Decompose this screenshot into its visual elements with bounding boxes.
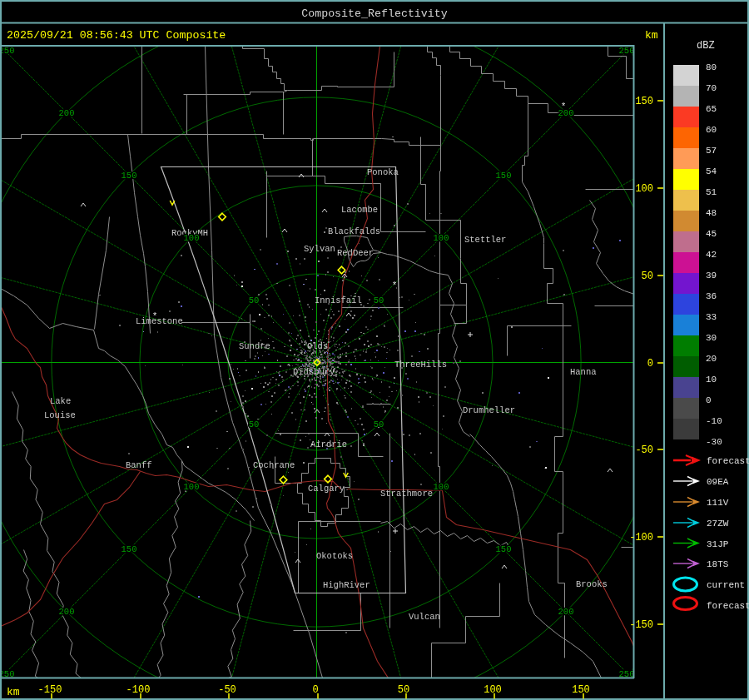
- svg-text:0: 0: [706, 395, 712, 405]
- svg-text:Vulcan: Vulcan: [409, 612, 440, 622]
- svg-text:Calgary: Calgary: [308, 484, 345, 494]
- svg-text:09EA: 09EA: [707, 477, 729, 487]
- svg-text:150: 150: [572, 684, 590, 696]
- svg-text:30: 30: [706, 333, 717, 343]
- svg-text:100: 100: [434, 233, 449, 243]
- svg-text:150: 150: [496, 544, 512, 554]
- svg-text:111V: 111V: [707, 498, 729, 508]
- svg-text:42: 42: [706, 250, 717, 260]
- svg-text:Strathmore: Strathmore: [380, 489, 433, 499]
- svg-text:Hanna: Hanna: [570, 367, 597, 377]
- svg-text:-100: -100: [629, 532, 653, 544]
- svg-text:150: 150: [635, 96, 653, 107]
- svg-text:54: 54: [706, 166, 717, 176]
- svg-text:HighRiver: HighRiver: [323, 580, 370, 590]
- svg-text:250: 250: [0, 46, 14, 56]
- svg-text:45: 45: [706, 229, 717, 239]
- svg-text:200: 200: [59, 108, 75, 118]
- svg-text:Cochrane: Cochrane: [253, 460, 295, 470]
- svg-text:Blackfalds: Blackfalds: [328, 226, 380, 236]
- svg-text:36: 36: [706, 291, 717, 301]
- svg-text:-30: -30: [706, 437, 722, 447]
- svg-text:100: 100: [484, 684, 502, 696]
- svg-text:33: 33: [706, 312, 717, 322]
- svg-text:Limestone: Limestone: [136, 316, 183, 326]
- svg-text:forecast: forecast: [707, 601, 749, 611]
- svg-text:39: 39: [706, 271, 717, 280]
- svg-text:Lake: Lake: [50, 396, 71, 406]
- svg-text:Innisfail: Innisfail: [315, 295, 362, 305]
- svg-text:Ponoka: Ponoka: [367, 167, 399, 177]
- svg-text:200: 200: [59, 607, 75, 617]
- svg-text:Airdrie: Airdrie: [310, 439, 347, 449]
- svg-text:10: 10: [706, 375, 717, 385]
- svg-text:Drumheller: Drumheller: [463, 405, 515, 415]
- svg-text:Didsbury: Didsbury: [293, 367, 335, 377]
- svg-text:Stettler: Stettler: [464, 235, 506, 245]
- svg-text:-150: -150: [38, 684, 62, 696]
- svg-text:km: km: [7, 686, 20, 698]
- svg-text:Brooks: Brooks: [576, 579, 608, 589]
- svg-text:27ZW: 27ZW: [707, 519, 729, 529]
- svg-text:Banff: Banff: [126, 460, 152, 470]
- svg-text:100: 100: [434, 482, 449, 492]
- svg-text:Sylvan: Sylvan: [304, 244, 335, 254]
- svg-text:-50: -50: [218, 684, 236, 696]
- svg-text:Louise: Louise: [44, 410, 76, 420]
- svg-text:100: 100: [184, 482, 200, 492]
- svg-text:51: 51: [706, 187, 717, 197]
- svg-text:200: 200: [558, 607, 574, 617]
- svg-text:150: 150: [496, 171, 512, 181]
- svg-text:-100: -100: [126, 684, 151, 696]
- svg-text:100: 100: [635, 183, 653, 195]
- svg-text:100: 100: [184, 233, 200, 243]
- svg-text:current: current: [707, 580, 745, 590]
- svg-text:250: 250: [619, 46, 635, 56]
- svg-text:Olds: Olds: [307, 341, 328, 351]
- svg-text:-10: -10: [706, 416, 722, 426]
- svg-text:ThreeHills: ThreeHills: [394, 360, 447, 370]
- svg-text:Lacombe: Lacombe: [341, 205, 378, 215]
- svg-text:18TS: 18TS: [707, 559, 729, 569]
- svg-text:50: 50: [374, 420, 384, 429]
- svg-text:60: 60: [706, 125, 717, 135]
- svg-text:50: 50: [642, 271, 653, 282]
- svg-text:70: 70: [706, 83, 717, 93]
- svg-text:57: 57: [706, 146, 717, 156]
- svg-text:dBZ: dBZ: [697, 40, 715, 52]
- svg-text:50: 50: [398, 684, 409, 696]
- svg-text:80: 80: [706, 62, 717, 72]
- svg-text:150: 150: [122, 171, 137, 181]
- svg-text:Sundre: Sundre: [239, 341, 270, 351]
- svg-text:20: 20: [706, 354, 717, 364]
- svg-text:48: 48: [706, 208, 717, 218]
- svg-text:50: 50: [249, 420, 260, 429]
- svg-text:Composite_Reflectivity: Composite_Reflectivity: [301, 7, 448, 20]
- svg-text:2025/09/21 08:56:43 UTC Compos: 2025/09/21 08:56:43 UTC Composite: [7, 29, 226, 42]
- svg-text:0: 0: [647, 358, 653, 370]
- svg-text:-50: -50: [635, 444, 653, 456]
- svg-text:forecast: forecast: [707, 456, 749, 466]
- svg-text:*: *: [392, 280, 398, 290]
- svg-text:150: 150: [122, 544, 137, 554]
- svg-text:RedDeer: RedDeer: [337, 248, 374, 258]
- svg-text:65: 65: [706, 104, 717, 114]
- svg-text:200: 200: [558, 108, 574, 118]
- svg-text:50: 50: [249, 295, 260, 305]
- svg-text:50: 50: [374, 295, 384, 305]
- svg-text:-150: -150: [629, 619, 653, 631]
- svg-text:Okotoks: Okotoks: [316, 551, 353, 561]
- svg-text:km: km: [645, 29, 658, 42]
- svg-text:31JP: 31JP: [707, 539, 729, 549]
